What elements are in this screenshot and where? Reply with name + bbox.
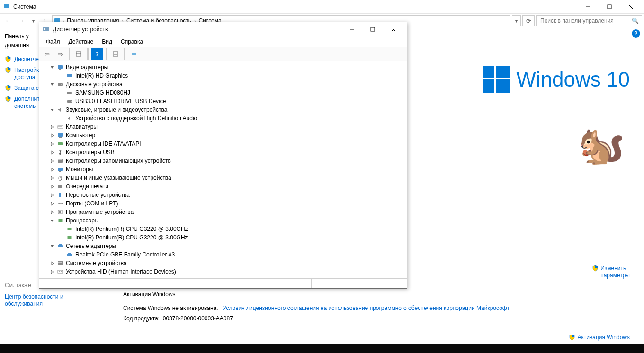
tb-show-hidden-button[interactable] <box>73 48 84 60</box>
tb-help-button[interactable]: ? <box>91 48 103 60</box>
svg-rect-61 <box>68 228 71 230</box>
tree-node[interactable]: Компьютер <box>39 131 407 140</box>
svg-rect-77 <box>67 254 72 256</box>
computer-icon <box>56 132 64 139</box>
tb-back-button[interactable]: ⇦ <box>41 48 53 60</box>
menu-action[interactable]: Действие <box>65 37 98 46</box>
tree-node[interactable]: Процессоры <box>39 216 407 225</box>
device-tree[interactable]: ВидеоадаптерыIntel(R) HD GraphicsДисковы… <box>39 61 407 278</box>
menu-file[interactable]: Файл <box>42 37 64 46</box>
tree-node[interactable]: Контроллеры IDE ATA/ATAPI <box>39 140 407 148</box>
expand-toggle[interactable] <box>49 142 55 146</box>
svg-rect-9 <box>44 28 45 30</box>
menu-view[interactable]: Вид <box>98 37 116 46</box>
history-dropdown-button[interactable]: ▾ <box>512 15 521 26</box>
tree-node[interactable]: Клавиатуры <box>39 123 407 131</box>
sidebar-item-label: Настройки доступа <box>14 67 42 81</box>
dm-titlebar[interactable]: Диспетчер устройств <box>39 22 407 36</box>
svg-point-25 <box>61 84 62 85</box>
tree-node[interactable]: Системные устройства <box>39 259 407 267</box>
shield-icon <box>5 67 11 73</box>
sys-close-button[interactable] <box>620 0 641 13</box>
expand-toggle[interactable] <box>49 159 55 163</box>
expand-toggle[interactable] <box>49 150 55 155</box>
dm-maximize-button[interactable] <box>362 23 383 36</box>
tree-node[interactable]: Realtek PCIe GBE Family Controller #3 <box>39 250 407 259</box>
tree-node-label: Видеоадаптеры <box>66 64 108 71</box>
tree-node[interactable]: Устройство с поддержкой High Definition … <box>39 114 407 123</box>
tree-node-label: Порты (COM и LPT) <box>66 200 118 207</box>
tree-node[interactable]: Мониторы <box>39 165 407 174</box>
tree-node-label: Устройства HID (Human Interface Devices) <box>66 268 176 275</box>
sidebar-item-label: Защита с <box>14 85 39 92</box>
expand-toggle[interactable] <box>49 125 55 129</box>
hid-icon <box>56 268 64 275</box>
tree-node[interactable]: SAMSUNG HD080HJ <box>39 88 407 97</box>
tree-node[interactable]: Звуковые, игровые и видеоустройства <box>39 106 407 114</box>
usb-icon <box>56 149 64 156</box>
dm-close-button[interactable] <box>383 23 404 36</box>
cpu-icon <box>66 225 73 233</box>
expand-toggle[interactable] <box>49 133 55 138</box>
tree-node[interactable]: Устройства HID (Human Interface Devices) <box>39 267 407 276</box>
search-field[interactable] <box>539 17 632 25</box>
svg-rect-42 <box>59 171 61 172</box>
expand-toggle[interactable] <box>49 168 55 172</box>
menu-help[interactable]: Справка <box>117 37 147 46</box>
tree-node[interactable]: Порты (COM и LPT) <box>39 199 407 208</box>
tree-node[interactable]: Видеоадаптеры <box>39 63 407 71</box>
see-also-link[interactable]: Центр безопасности и обслуживания <box>5 291 109 309</box>
nav-back-button[interactable]: ← <box>2 15 14 26</box>
tb-properties-button[interactable] <box>110 48 121 60</box>
taskbar[interactable] <box>0 344 644 353</box>
sys-minimize-button[interactable] <box>577 0 599 13</box>
dm-minimize-button[interactable] <box>341 23 362 36</box>
tree-node[interactable]: Сетевые адаптеры <box>39 242 407 250</box>
tree-node[interactable]: Дисковые устройства <box>39 80 407 88</box>
tb-scan-button[interactable] <box>128 48 140 60</box>
expand-toggle[interactable] <box>49 176 55 180</box>
tree-node[interactable]: Контроллеры USB <box>39 148 407 157</box>
tree-node[interactable]: Intel(R) Pentium(R) CPU G3220 @ 3.00GHz <box>39 233 407 242</box>
search-input[interactable]: 🔍 <box>536 15 642 26</box>
expand-toggle[interactable] <box>49 210 55 214</box>
windows-brand: Windows 10 <box>483 66 630 93</box>
scrat-image: 🐿️ <box>578 123 625 168</box>
storage-icon <box>56 157 64 165</box>
tree-node[interactable]: Программные устройства <box>39 208 407 216</box>
change-params-link[interactable]: Изменить параметры <box>592 265 630 279</box>
sys-maximize-button[interactable] <box>599 0 620 13</box>
expand-toggle[interactable] <box>49 261 55 265</box>
license-terms-link[interactable]: Условия лицензионного соглашения на испо… <box>223 305 510 311</box>
tree-node-label: Переносные устройства <box>66 192 130 198</box>
nav-forward-button[interactable]: → <box>16 15 28 26</box>
activation-section: Активация Windows Система Windows не акт… <box>123 291 635 326</box>
nav-recent-button[interactable]: ▾ <box>29 15 37 26</box>
expand-toggle[interactable] <box>49 108 55 112</box>
audio-icon <box>66 115 73 122</box>
expand-toggle[interactable] <box>49 82 55 87</box>
expand-toggle[interactable] <box>49 270 55 274</box>
refresh-button[interactable]: ⟳ <box>522 15 535 26</box>
svg-rect-32 <box>58 133 63 137</box>
expand-toggle[interactable] <box>49 219 55 223</box>
svg-rect-3 <box>608 5 611 9</box>
expand-toggle[interactable] <box>49 193 55 197</box>
mouse-icon <box>56 174 64 182</box>
expand-toggle[interactable] <box>49 185 55 189</box>
activate-windows-link[interactable]: Активация Windows <box>569 334 630 341</box>
net-icon <box>66 251 73 258</box>
svg-rect-81 <box>58 270 63 273</box>
tree-node[interactable]: USB3.0 FLASH DRIVE USB Device <box>39 97 407 106</box>
tree-node[interactable]: Переносные устройства <box>39 191 407 199</box>
expand-toggle[interactable] <box>49 65 55 70</box>
expand-toggle[interactable] <box>49 244 55 248</box>
tree-node[interactable]: Intel(R) Pentium(R) CPU G3220 @ 3.00GHz <box>39 225 407 233</box>
tb-forward-button[interactable]: ⇨ <box>54 48 66 60</box>
tree-node[interactable]: Очереди печати <box>39 182 407 191</box>
expand-toggle[interactable] <box>49 202 55 206</box>
tree-node[interactable]: Мыши и иные указывающие устройства <box>39 174 407 182</box>
tree-node[interactable]: Контроллеры запоминающих устройств <box>39 157 407 165</box>
ide-icon <box>56 140 64 148</box>
tree-node[interactable]: Intel(R) HD Graphics <box>39 71 407 80</box>
